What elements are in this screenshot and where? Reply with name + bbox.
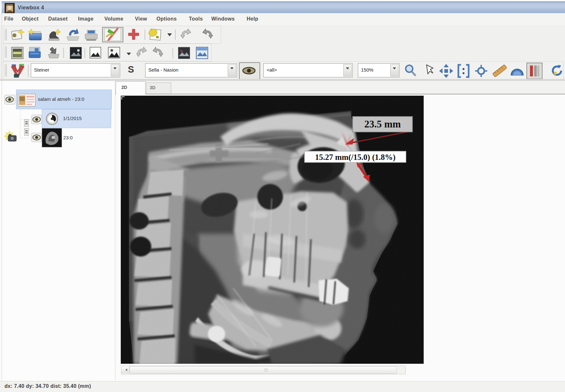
svg-text:15.27 mm(/15.0) (1.8%): 15.27 mm(/15.0) (1.8%) [315, 153, 396, 162]
svg-text:23.5 mm: 23.5 mm [364, 118, 401, 130]
